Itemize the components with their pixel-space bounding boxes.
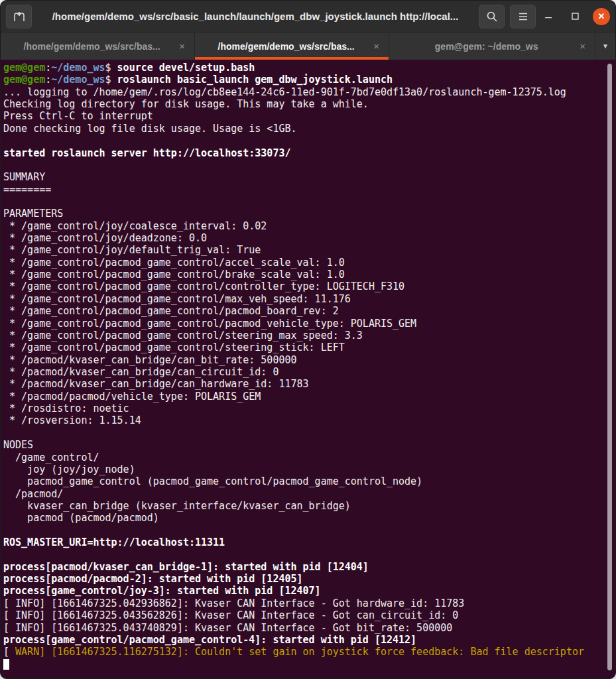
terminal-line: * /game_control/pacmod_game_control/max_… [3,293,615,305]
terminal-screen[interactable]: gem@gem:~/demo_ws$ source devel/setup.ba… [1,60,615,678]
new-tab-button[interactable] [6,5,32,29]
terminal-line: [ INFO] [1661467325.043562826]: Kvaser C… [3,609,615,621]
new-tab-icon [13,11,26,23]
terminal-line: * /pacmod/kvaser_can_bridge/can_bit_rate… [3,354,615,366]
tab-3-close-icon[interactable]: × [578,41,595,51]
terminal-line: * /game_control/pacmod_game_control/stee… [3,330,615,341]
terminal-line: [ WARN] [1661467325.116275132]: Couldn't… [3,646,615,658]
terminal-line: pacmod (pacmod/pacmod) [3,512,615,524]
terminal-line: PARAMETERS [3,208,615,219]
terminal-line: * /game_control/pacmod_game_control/acce… [3,257,615,269]
terminal-line: joy (joy/joy_node) [3,463,615,475]
terminal-line: * /rosdistro: noetic [3,402,615,414]
tab-3[interactable]: gem@gem: ~/demo_ws × [389,32,595,60]
terminal-line: * /game_control/pacmod_game_control/stee… [3,341,615,353]
tab-1-close-icon[interactable]: × [178,41,194,51]
close-button[interactable]: ✕ [593,8,610,25]
terminal-line: Checking log directory for disk usage. T… [3,98,615,110]
terminal-line: started roslaunch server http://localhos… [3,147,615,159]
minimize-button[interactable]: – [540,8,557,25]
terminal-line: * /pacmod/pacmod/vehicle_type: POLARIS_G… [3,391,615,402]
terminal-line: /game_control/ [3,452,615,463]
terminal-line [3,525,615,536]
terminal-line: * /game_control/pacmod_game_control/pacm… [3,318,615,330]
terminal-line: process[game_control/joy-3]: started wit… [3,585,615,597]
window-controls: – ✕ [540,8,610,25]
tab-2-close-icon[interactable]: × [372,41,389,51]
terminal-line: SUMMARY [3,171,615,183]
terminal-line: pacmod_game_control (pacmod_game_control… [3,475,615,487]
terminal-line: * /game_control/joy/deadzone: 0.0 [3,232,615,244]
terminal-line: ... logging to /home/gem/.ros/log/cb8ee1… [3,86,615,98]
tab-3-label: gem@gem: ~/demo_ws [389,41,578,52]
terminal-line: Done checking log file disk usage. Usage… [3,123,615,135]
terminal-line [3,159,615,171]
menu-icon [519,13,528,21]
terminal-line: * /rosversion: 1.15.14 [3,414,615,426]
terminal-line: gem@gem:~/demo_ws$ source devel/setup.ba… [3,62,615,74]
terminal-line: process[pacmod/kvaser_can_bridge-1]: sta… [3,561,615,573]
terminal-window: /home/gem/demo_ws/src/basic_launch/launc… [0,0,616,679]
tab-list-chevron-down-icon[interactable]: ▼ [595,32,615,60]
tab-2[interactable]: /home/gem/demo_ws/src/bas... × [195,32,389,60]
terminal-line: * /game_control/pacmod_game_control/pacm… [3,305,615,317]
terminal-line: ======== [3,184,615,196]
terminal-output: gem@gem:~/demo_ws$ source devel/setup.ba… [3,62,615,670]
terminal-line: process[pacmod/pacmod-2]: started with p… [3,573,615,585]
terminal-line: NODES [3,439,615,451]
tab-1[interactable]: /home/gem/demo_ws/src/bas... × [1,32,195,60]
terminal-line [3,196,615,208]
maximize-icon [572,13,579,20]
scrollbar-thumb[interactable] [607,64,612,670]
maximize-button[interactable] [566,8,584,25]
terminal-line: [ INFO] [1661467325.043740829]: Kvaser C… [3,622,615,634]
terminal-line: * /pacmod/kvaser_can_bridge/can_hardware… [3,378,615,390]
terminal-line: /pacmod/ [3,488,615,500]
menu-button[interactable] [510,5,536,29]
terminal-line: * /game_control/pacmod_game_control/brak… [3,269,615,280]
search-icon [486,11,498,23]
terminal-line: * /pacmod/kvaser_can_bridge/can_circuit_… [3,366,615,378]
terminal-line: ROS_MASTER_URI=http://localhost:11311 [3,536,615,548]
titlebar: /home/gem/demo_ws/src/basic_launch/launc… [1,1,615,32]
terminal-line: * /game_control/joy/default_trig_val: Tr… [3,244,615,256]
tab-2-label: /home/gem/demo_ws/src/bas... [195,41,372,52]
terminal-line: * /game_control/joy/coalesce_interval: 0… [3,220,615,232]
terminal-line: Press Ctrl-C to interrupt [3,110,615,122]
tab-bar: /home/gem/demo_ws/src/bas... × /home/gem… [1,32,615,60]
terminal-line: kvaser_can_bridge (kvaser_interface/kvas… [3,500,615,512]
terminal-line [3,135,615,147]
terminal-line: gem@gem:~/demo_ws$ roslaunch basic_launc… [3,74,615,86]
terminal-line [3,658,615,670]
terminal-line: process[game_control/pacmod_game_control… [3,634,615,646]
terminal-cursor [3,659,9,670]
terminal-line [3,548,615,560]
terminal-line [3,427,615,439]
tab-1-label: /home/gem/demo_ws/src/bas... [1,41,178,52]
search-button[interactable] [479,5,505,29]
window-title: /home/gem/demo_ws/src/basic_launch/launc… [32,11,479,22]
terminal-line: * /game_control/pacmod_game_control/cont… [3,280,615,292]
terminal-line: [ INFO] [1661467325.042936862]: Kvaser C… [3,597,615,609]
